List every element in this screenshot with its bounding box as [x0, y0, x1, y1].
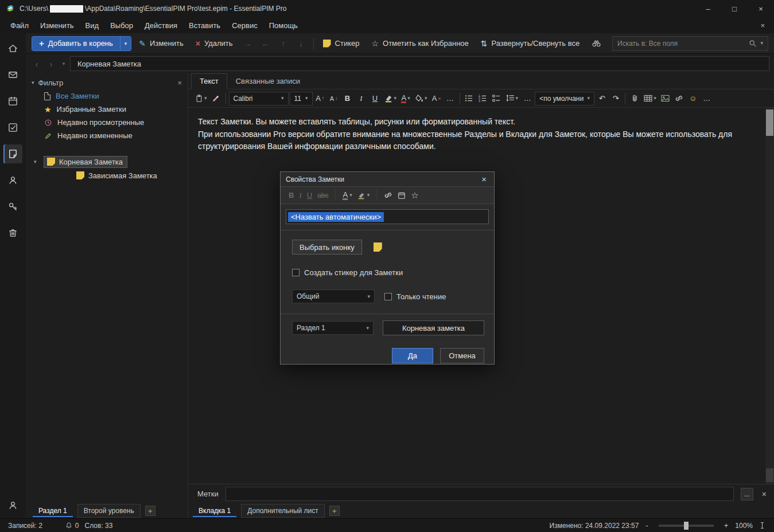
- tree-expander-icon[interactable]: ▾: [34, 159, 41, 165]
- move-right-button[interactable]: →: [240, 36, 255, 51]
- sheet-tab-1[interactable]: Вкладка 1: [193, 504, 236, 517]
- chevron-down-icon[interactable]: ▾: [654, 96, 656, 101]
- sticker-button[interactable]: Стикер: [318, 36, 364, 51]
- font-size-combo[interactable]: 11 ▾: [290, 92, 313, 105]
- search-box[interactable]: Искать в: Все поля ▾: [612, 36, 768, 51]
- chevron-down-icon[interactable]: ▾: [367, 193, 370, 198]
- format-painter-icon[interactable]: [210, 92, 223, 105]
- search-dropdown-icon[interactable]: ▾: [760, 41, 763, 46]
- sticker-checkbox-row[interactable]: Создать стикер для Заметки: [292, 268, 484, 277]
- dialog-strikethrough-button[interactable]: abc: [317, 191, 328, 200]
- module-notes-icon[interactable]: [3, 144, 22, 163]
- filter-recently-changed[interactable]: Недавно измененные: [26, 129, 188, 142]
- more-font-tools-button[interactable]: …: [444, 92, 457, 105]
- nav-forward-icon[interactable]: ›: [45, 59, 57, 69]
- font-color-button[interactable]: A ▾: [399, 92, 412, 105]
- insert-emoji-button[interactable]: ☺: [687, 92, 699, 105]
- vertical-scrollbar[interactable]: [765, 108, 774, 484]
- fill-color-button[interactable]: ▾: [413, 92, 429, 105]
- line-spacing-button[interactable]: ▾: [504, 92, 520, 105]
- zoom-out-button[interactable]: -: [644, 521, 649, 530]
- move-up-button[interactable]: ↑: [276, 36, 291, 51]
- note-title-field[interactable]: [383, 320, 484, 335]
- mark-favorite-button[interactable]: ☆ Отметить как Избранное: [367, 36, 473, 51]
- module-tasks-icon[interactable]: [3, 118, 22, 137]
- module-mail-icon[interactable]: [3, 65, 22, 84]
- menu-close-icon[interactable]: ×: [756, 21, 769, 30]
- menu-service[interactable]: Сервис: [226, 18, 263, 33]
- expand-collapse-all-button[interactable]: ⇅ Развернуть/Свернуть все: [476, 36, 584, 51]
- zoom-slider-thumb[interactable]: [684, 522, 689, 530]
- attach-file-button[interactable]: [628, 92, 641, 105]
- sheet-tab-2[interactable]: Дополнительный лист: [241, 504, 325, 518]
- ok-button[interactable]: Да: [392, 348, 433, 363]
- scrollbar-bottom-button[interactable]: [766, 468, 773, 482]
- advanced-search-button[interactable]: [587, 36, 606, 51]
- dialog-insert-link-button[interactable]: [384, 191, 392, 199]
- chevron-down-icon[interactable]: ▾: [407, 96, 410, 101]
- add-sheet-button[interactable]: +: [329, 506, 340, 516]
- filter-favorite-notes[interactable]: ★ Избранные Заметки: [26, 103, 188, 116]
- bold-button[interactable]: B: [341, 92, 354, 105]
- section-select[interactable]: Раздел 1 ▾: [292, 321, 374, 335]
- filter-header[interactable]: ▾ Фильтр ×: [26, 76, 188, 89]
- tree-row-root[interactable]: ▾ Корневая Заметка: [26, 155, 188, 169]
- menu-edit[interactable]: Изменить: [34, 18, 80, 33]
- filter-close-icon[interactable]: ×: [177, 79, 182, 87]
- redo-button[interactable]: ↷: [609, 92, 622, 105]
- close-button[interactable]: ×: [748, 0, 774, 17]
- module-trash-icon[interactable]: [3, 224, 22, 242]
- paragraph-style-combo[interactable]: <по умолчанию ▾: [535, 92, 594, 105]
- module-today-home-icon[interactable]: [3, 39, 22, 58]
- menu-view[interactable]: Вид: [80, 18, 105, 33]
- insert-image-button[interactable]: [659, 92, 672, 105]
- choose-icon-button[interactable]: Выбрать иконку: [292, 240, 362, 255]
- checklist-button[interactable]: [491, 92, 503, 105]
- menu-file[interactable]: Файл: [5, 18, 34, 33]
- tags-more-button[interactable]: ...: [741, 488, 753, 500]
- menu-actions[interactable]: Действия: [139, 18, 183, 33]
- menu-insert[interactable]: Вставить: [183, 18, 226, 33]
- delete-note-button[interactable]: × Удалить: [191, 36, 238, 51]
- underline-button[interactable]: U: [369, 92, 382, 105]
- dialog-close-icon[interactable]: ×: [479, 174, 489, 184]
- more-paragraph-tools-button[interactable]: …: [521, 92, 534, 105]
- grow-font-button[interactable]: A↑: [314, 92, 326, 105]
- selected-tree-item[interactable]: Корневая Заметка: [44, 156, 127, 168]
- scrollbar-thumb[interactable]: [766, 109, 773, 136]
- section-tab-2[interactable]: Второй уровень: [77, 504, 141, 518]
- highlighter-button[interactable]: ▾: [383, 92, 399, 105]
- zoom-in-button[interactable]: +: [723, 521, 730, 530]
- user-avatar-icon[interactable]: [3, 496, 22, 515]
- paste-button[interactable]: ▾: [193, 92, 209, 105]
- search-icon[interactable]: [749, 40, 757, 48]
- tree-row-child[interactable]: Зависимая Заметка: [26, 169, 188, 182]
- tags-close-icon[interactable]: ×: [760, 490, 768, 499]
- cancel-button[interactable]: Отмена: [440, 348, 484, 363]
- menu-select[interactable]: Выбор: [104, 18, 139, 33]
- dialog-title-bar[interactable]: Свойства Заметки ×: [281, 172, 494, 187]
- tab-text[interactable]: Текст: [191, 73, 227, 89]
- dialog-bold-button[interactable]: B: [289, 191, 294, 200]
- tab-related-records[interactable]: Связанные записи: [227, 73, 309, 89]
- nav-history-dropdown-icon[interactable]: ▾: [59, 61, 68, 66]
- edit-note-button[interactable]: ✎ Изменить: [134, 36, 188, 51]
- module-contacts-icon[interactable]: [3, 171, 22, 190]
- maximize-button[interactable]: □: [721, 0, 748, 17]
- minimize-button[interactable]: –: [695, 0, 721, 17]
- clear-formatting-button[interactable]: A×: [430, 92, 443, 105]
- dialog-font-color-button[interactable]: A ▾: [343, 191, 352, 200]
- more-insert-tools-button[interactable]: …: [701, 92, 713, 105]
- chevron-down-icon[interactable]: ▾: [425, 96, 427, 101]
- dialog-insert-date-button[interactable]: [398, 191, 406, 200]
- filter-collapse-icon[interactable]: ▾: [32, 80, 34, 85]
- tags-input[interactable]: [225, 487, 734, 501]
- notifications-indicator[interactable]: 0: [65, 522, 79, 530]
- section-tab-1[interactable]: Раздел 1: [33, 504, 73, 517]
- zoom-slider[interactable]: [659, 525, 714, 527]
- module-passwords-key-icon[interactable]: [3, 197, 22, 216]
- current-note-path-field[interactable]: [70, 56, 769, 71]
- dialog-favorite-star-button[interactable]: ☆: [411, 190, 418, 201]
- undo-button[interactable]: ↶: [596, 92, 608, 105]
- add-to-root-main[interactable]: + Добавить в корень: [32, 37, 120, 50]
